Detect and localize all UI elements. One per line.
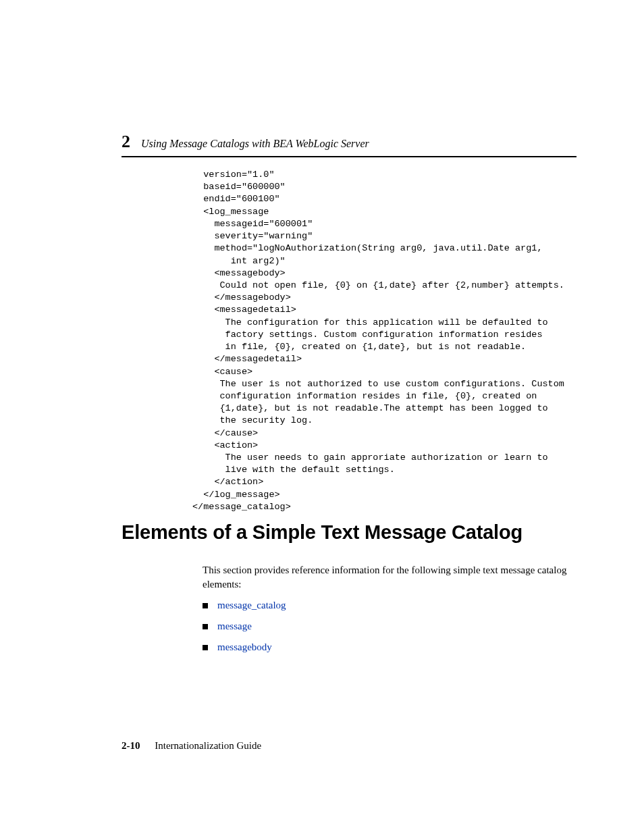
list-item: message_catalog <box>203 600 570 611</box>
square-bullet-icon <box>203 603 208 608</box>
list-item: messagebody <box>203 642 570 653</box>
link-message[interactable]: message <box>217 621 252 632</box>
square-bullet-icon <box>203 624 208 629</box>
chapter-title: Using Message Catalogs with BEA WebLogic… <box>141 138 369 150</box>
section-intro: This section provides reference informat… <box>203 563 570 592</box>
footer-title: Internationalization Guide <box>155 740 261 751</box>
page-footer: 2-10 Internationalization Guide <box>122 740 261 752</box>
page-header: 2 Using Message Catalogs with BEA WebLog… <box>122 132 576 157</box>
square-bullet-icon <box>203 645 208 650</box>
chapter-number: 2 <box>122 132 130 152</box>
page-number: 2-10 <box>122 740 140 751</box>
section-heading: Elements of a Simple Text Message Catalo… <box>122 521 522 544</box>
link-list: message_catalog message messagebody <box>203 600 570 662</box>
code-sample: version="1.0" baseid="600000" endid="600… <box>192 169 576 513</box>
link-message-catalog[interactable]: message_catalog <box>217 600 286 611</box>
link-messagebody[interactable]: messagebody <box>217 642 272 653</box>
list-item: message <box>203 621 570 632</box>
header-rule <box>122 156 576 157</box>
